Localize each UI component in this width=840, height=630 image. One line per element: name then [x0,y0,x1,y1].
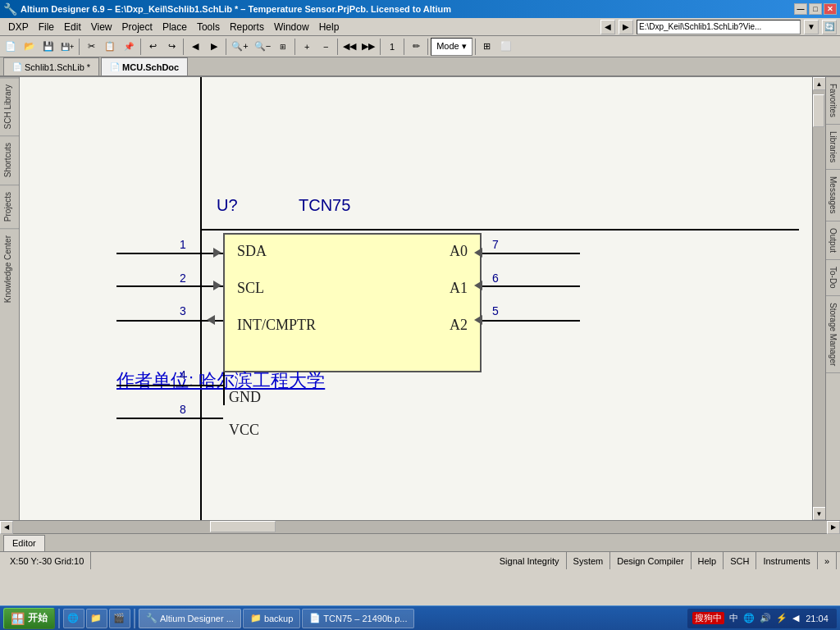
plus-tool[interactable]: + [298,38,316,56]
paste-button[interactable]: 📌 [120,38,138,56]
taskbar-altium[interactable]: 🔧 Altium Designer ... [139,609,241,628]
forward-button[interactable]: ▶ [619,20,633,34]
grid-btn[interactable]: ⊞ [478,38,496,56]
scroll-thumb[interactable] [813,94,824,127]
taskbar-media-icon[interactable]: 🎬 [109,609,130,628]
altium-taskbar-icon: 🔧 [146,613,158,623]
open-button[interactable]: 📂 [21,38,39,56]
pin5-line [482,320,580,322]
scroll-up-button[interactable]: ▲ [813,77,826,90]
tab-schlib[interactable]: 📄 Schlib1.SchLib * [3,57,99,75]
scroll-right-button[interactable]: ▶ [827,521,840,534]
square-btn[interactable]: ⬜ [497,38,515,56]
toolbar-edit-btn[interactable]: ✏ [407,38,425,56]
redo-button[interactable]: ↪ [162,38,180,56]
forward-nav-button[interactable]: ▶ [205,38,223,56]
pin4-line [116,385,223,386]
save-all-button[interactable]: 💾+ [58,38,76,56]
address-dropdown-button[interactable]: ▼ [804,20,819,34]
right-tab-favorites[interactable]: Favorites [826,77,840,125]
toolbar-num-btn[interactable]: 1 [383,38,401,56]
toolbar-btn-1[interactable]: ◀◀ [340,38,358,56]
taskbar-backup[interactable]: 📁 backup [243,609,300,628]
copy-button[interactable]: 📋 [101,38,119,56]
new-button[interactable]: 📄 [2,38,20,56]
sidebar-shortcuts[interactable]: Shortcuts [0,135,19,184]
right-tab-todo[interactable]: To-Do [826,260,840,296]
zoom-fit-button[interactable]: ⊞ [274,38,292,56]
pin5-num: 5 [492,304,499,317]
status-instruments[interactable]: Instruments [756,552,817,569]
taskbar: 🪟 开始 🌐 📁 🎬 🔧 Altium Designer ... 📁 backu… [0,605,840,630]
tray-volume-icon[interactable]: 🔊 [758,613,773,623]
editor-tab[interactable]: Editor [3,535,45,551]
sidebar-knowledge-center[interactable]: Knowledge Center [0,228,19,309]
refresh-button[interactable]: 🔄 [822,20,837,34]
zoom-out-button[interactable]: 🔍− [252,38,273,56]
scroll-track[interactable] [813,90,825,507]
maximize-button[interactable]: □ [809,3,822,15]
address-input[interactable] [637,20,801,34]
status-help[interactable]: Help [692,552,724,569]
ime-sogou-label[interactable]: 搜狗中 [692,612,724,624]
right-panel-tabs: Favorites Libraries Messages Output To-D… [825,77,840,520]
menu-window[interactable]: Window [269,20,314,34]
menu-view[interactable]: View [86,20,117,34]
pin-a0-label: A0 [450,243,468,260]
tray-more-icon[interactable]: ◀ [791,613,801,623]
back-nav-button[interactable]: ◀ [186,38,204,56]
status-design-compiler[interactable]: Design Compiler [610,552,691,569]
close-button[interactable]: ✕ [824,3,837,15]
sidebar-sch-library[interactable]: SCH Library [0,77,19,135]
menu-dxp[interactable]: DXP [3,20,34,34]
mode-dropdown[interactable]: Mode ▾ [431,38,472,56]
menu-tools[interactable]: Tools [192,20,225,34]
status-sch[interactable]: SCH [724,552,756,569]
pin-intcmptr-label: INT/CMPTR [237,317,316,334]
right-tab-libraries[interactable]: Libraries [826,125,840,170]
pin-scl-label: SCL [237,280,264,297]
left-sidebar: SCH Library Shortcuts Projects Knowledge… [0,77,20,520]
status-signal-integrity[interactable]: Signal Integrity [493,552,567,569]
right-tab-storage[interactable]: Storage Manager [826,296,840,373]
pin-sda-label: SDA [237,243,267,260]
menu-project[interactable]: Project [117,20,158,34]
pin-a2-label: A2 [450,317,468,334]
right-tab-messages[interactable]: Messages [826,170,840,221]
status-expand[interactable]: » [818,552,837,569]
ime-icon[interactable]: 中 [728,612,740,624]
sidebar-projects[interactable]: Projects [0,185,19,228]
toolbar-btn-2[interactable]: ▶▶ [359,38,377,56]
save-button[interactable]: 💾 [39,38,57,56]
menu-file[interactable]: File [34,20,59,34]
tab-mcudoc[interactable]: 📄 MCU.SchDoc [101,57,188,75]
schematic-canvas[interactable]: U? TCN75 SDA SCL INT/CMPTR A0 A1 A2 1 2 … [20,77,812,520]
undo-button[interactable]: ↩ [144,38,162,56]
pin6-line [482,285,580,287]
taskbar-ie-icon[interactable]: 🌐 [63,609,84,628]
start-button[interactable]: 🪟 开始 [3,608,55,629]
scroll-left-button[interactable]: ◀ [0,521,13,534]
tab-mcudoc-label: MCU.SchDoc [122,62,179,72]
status-system[interactable]: System [567,552,611,569]
menu-place[interactable]: Place [158,20,192,34]
minimize-button[interactable]: — [794,3,807,15]
pin4-vert-line [223,372,225,405]
right-tab-output[interactable]: Output [826,221,840,260]
h-scroll-track[interactable] [13,521,827,533]
tray-network-icon[interactable]: 🌐 [742,613,756,623]
zoom-in-button[interactable]: 🔍+ [229,38,250,56]
clock-display[interactable]: 21:04 [802,614,832,623]
menu-help[interactable]: Help [314,20,345,34]
back-button[interactable]: ◀ [600,20,615,34]
h-scroll-thumb[interactable] [210,521,276,532]
menu-reports[interactable]: Reports [225,20,269,34]
scroll-down-button[interactable]: ▼ [813,507,826,520]
tray-other-icon[interactable]: ⚡ [774,613,789,623]
taskbar-explorer-icon[interactable]: 📁 [86,609,107,628]
taskbar-tcn75[interactable]: 📄 TCN75 – 21490b.p... [302,609,414,628]
cut-button[interactable]: ✂ [82,38,100,56]
toolbar-separator-5 [294,39,295,55]
menu-edit[interactable]: Edit [59,20,86,34]
minus-tool[interactable]: − [317,38,335,56]
